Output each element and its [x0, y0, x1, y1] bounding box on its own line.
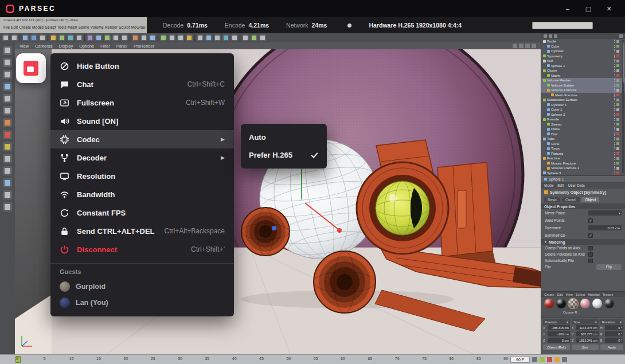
visibility-dot[interactable]: [614, 54, 616, 56]
key-icon[interactable]: [554, 357, 560, 362]
visibility-dot[interactable]: [614, 85, 616, 87]
play-icon[interactable]: [540, 357, 545, 362]
menu-item-resolution[interactable]: Resolution: [50, 167, 234, 185]
tool-palette-icon[interactable]: [3, 94, 12, 103]
visibility-dot[interactable]: [614, 98, 616, 100]
coord-value-field[interactable]: 0 °: [605, 338, 623, 343]
minimize-button[interactable]: –: [557, 0, 578, 17]
toolbar-icon[interactable]: [259, 34, 266, 41]
menu-item-disconnect[interactable]: DisconnectCtrl+Shift+': [50, 240, 234, 259]
attr-menu-edit[interactable]: Edit: [557, 183, 564, 187]
object-row[interactable]: Cone: [541, 142, 625, 147]
mat-menu-texture[interactable]: Texture: [603, 293, 614, 296]
toolbar-icon[interactable]: [76, 34, 83, 41]
tab-basic[interactable]: Basic: [544, 197, 560, 202]
menu-item-bandwidth[interactable]: Bandwidth: [50, 185, 234, 203]
tool-palette-icon[interactable]: [3, 166, 12, 175]
visibility-dot[interactable]: [614, 137, 616, 139]
visibility-dot[interactable]: [614, 120, 616, 122]
object-row[interactable]: Sphere 2: [541, 112, 625, 118]
tab-coord[interactable]: Coord.: [562, 197, 580, 202]
coord-value-field[interactable]: 0 °: [605, 331, 623, 336]
visibility-dot[interactable]: [614, 144, 616, 146]
visibility-dot[interactable]: [614, 127, 616, 129]
mat-menu-edit[interactable]: Edit: [557, 293, 562, 296]
end-frame-field[interactable]: 90 F: [510, 356, 530, 363]
parsec-overlay-button[interactable]: [16, 53, 46, 83]
object-row[interactable]: Subdivision Surface: [541, 97, 625, 103]
material-swatch[interactable]: [544, 299, 554, 308]
object-row[interactable]: Boole: [541, 39, 625, 44]
object-row[interactable]: Null: [541, 58, 625, 64]
tool-palette-icon[interactable]: [3, 106, 12, 115]
visibility-dot[interactable]: [614, 115, 616, 116]
mat-menu-create[interactable]: Create: [544, 293, 554, 296]
visibility-dot[interactable]: [614, 113, 616, 115]
dropdown[interactable]: ▾: [588, 210, 622, 216]
object-row[interactable]: Disc: [541, 132, 625, 137]
toolbar-icon[interactable]: [121, 34, 128, 41]
toolbar-icon[interactable]: [22, 34, 29, 41]
coord-mode-dropdown[interactable]: Size: [572, 345, 599, 350]
visibility-dot[interactable]: [614, 64, 616, 66]
modeling-section[interactable]: ▼Modeling: [541, 239, 625, 245]
toolbar-icon[interactable]: [95, 34, 102, 41]
viewport-menu-prorender[interactable]: ProRender: [134, 44, 154, 49]
object-row[interactable]: Cylinder 1: [541, 103, 625, 108]
coord-value-field[interactable]: -100 cm: [548, 331, 570, 336]
tool-palette-icon[interactable]: [3, 190, 12, 199]
visibility-dot[interactable]: [614, 69, 616, 71]
close-button[interactable]: ✕: [599, 0, 619, 17]
visibility-dot[interactable]: [614, 159, 616, 161]
visibility-dot[interactable]: [614, 173, 616, 175]
object-row[interactable]: Matrix: [541, 73, 625, 79]
toolbar-icon[interactable]: [132, 34, 139, 41]
viewport-icon[interactable]: [532, 44, 536, 48]
visibility-dot[interactable]: [614, 149, 616, 151]
om-selected-row[interactable]: Sphere 1: [541, 175, 625, 182]
visibility-dot[interactable]: [614, 84, 616, 85]
visibility-dot[interactable]: [614, 147, 616, 148]
submenu-item-prefer-h-265[interactable]: Prefer H.265: [241, 146, 327, 164]
visibility-dot[interactable]: [614, 163, 616, 165]
visibility-dot[interactable]: [614, 81, 616, 83]
tool-palette-icon[interactable]: [3, 82, 12, 91]
object-row[interactable]: Voronoi Fracture: [541, 88, 625, 93]
object-row[interactable]: Cloner: [541, 68, 625, 73]
menu-item-chat[interactable]: ChatCtrl+Shift+C: [50, 75, 234, 93]
layout-dropdown[interactable]: [532, 22, 593, 29]
mat-menu-material[interactable]: Material: [588, 293, 600, 296]
om-menu-icon[interactable]: [544, 34, 547, 38]
object-row[interactable]: Mesh Fracture: [541, 93, 625, 98]
object-row[interactable]: Platonic: [541, 151, 625, 156]
coord-value-field[interactable]: -288.315 cm: [548, 325, 570, 330]
toolbar-icon[interactable]: [2, 34, 9, 41]
record-icon[interactable]: [547, 357, 552, 362]
object-row[interactable]: Symmetry: [541, 54, 625, 59]
timeline-icon[interactable]: [532, 357, 537, 362]
om-search-icon[interactable]: [619, 34, 623, 38]
maximize-button[interactable]: ▢: [578, 0, 599, 17]
toolbar-icon[interactable]: [222, 34, 229, 41]
tool-palette-icon[interactable]: [3, 178, 12, 187]
coord-value-field[interactable]: 5 cm: [548, 338, 570, 343]
checkbox[interactable]: [588, 259, 593, 263]
toolbar-icon[interactable]: [11, 34, 18, 41]
viewport-menu-filter[interactable]: Filter: [100, 44, 110, 49]
object-row[interactable]: Cube: [541, 44, 625, 49]
animation-timeline[interactable]: 051015202530354045505560657075808590 90 …: [0, 354, 625, 364]
checkbox[interactable]: ✓: [588, 218, 593, 223]
visibility-dot[interactable]: [614, 169, 616, 170]
visibility-dot[interactable]: [614, 74, 616, 76]
coord-mode-dropdown[interactable]: Object (Rel.): [543, 345, 570, 350]
visibility-dot[interactable]: [614, 110, 616, 112]
checkbox[interactable]: [588, 252, 593, 257]
visibility-dot[interactable]: [614, 71, 616, 73]
mat-menu-view[interactable]: View: [565, 293, 572, 296]
toolbar-icon[interactable]: [160, 34, 167, 41]
coord-value-field[interactable]: 665.273 cm: [576, 331, 599, 336]
tool-palette-icon[interactable]: [3, 142, 12, 151]
object-row[interactable]: Cube 1: [541, 107, 625, 112]
apply-button[interactable]: Apply: [600, 345, 623, 350]
visibility-dot[interactable]: [614, 139, 616, 141]
